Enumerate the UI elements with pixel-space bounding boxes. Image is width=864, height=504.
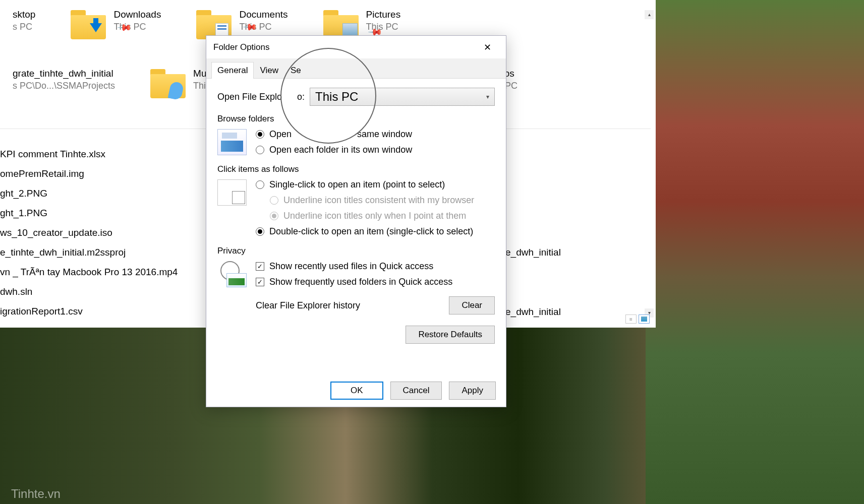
browse-folders-group: Browse folders Opensame window Open each… <box>217 114 495 155</box>
radio-underline-browser: Underline icon titles consistent with my… <box>270 195 495 206</box>
scrollbar[interactable]: ▴ ▾ <box>645 10 654 318</box>
file-item[interactable]: omePremRetail.img <box>0 168 178 179</box>
folder-icon <box>71 9 106 39</box>
folder-name: Pictures <box>366 9 401 20</box>
view-icons-button[interactable] <box>639 314 650 324</box>
folder-location: s PC <box>13 22 35 32</box>
folder-icon <box>150 68 186 98</box>
file-item[interactable]: ght_2.PNG <box>0 188 178 199</box>
folder-name: grate_tinhte_dwh_initial <box>13 68 115 79</box>
folder-name: Downloads <box>113 9 161 20</box>
group-label: Click items as follows <box>217 164 495 174</box>
scroll-up[interactable]: ▴ <box>645 10 654 19</box>
tab-search[interactable]: Se <box>284 62 307 79</box>
radio-icon <box>256 146 264 154</box>
close-icon[interactable]: ✕ <box>476 36 499 58</box>
folder-icon <box>196 9 232 39</box>
folder-item[interactable]: Downloads This PC 📌 <box>71 9 161 46</box>
tab-general[interactable]: General <box>211 62 254 79</box>
watermark: Tinhte.vn <box>11 487 61 501</box>
radio-same-window[interactable]: Opensame window <box>256 129 495 140</box>
privacy-icon <box>217 261 247 287</box>
background-file[interactable]: e_dwh_initial <box>505 306 561 318</box>
checkbox-recent-files[interactable]: ✓ Show recently used files in Quick acce… <box>256 261 495 272</box>
view-details-button[interactable]: ≡ <box>625 314 637 324</box>
folder-name: sktop <box>13 9 35 20</box>
folder-name: Documents <box>239 9 287 20</box>
file-item[interactable]: e_tinhte_dwh_initial.m2ssproj <box>0 247 178 258</box>
dialog-title: Folder Options <box>213 42 270 52</box>
file-item[interactable]: dwh.sln <box>0 286 178 297</box>
tab-strip: General View Se <box>206 58 506 79</box>
radio-icon <box>256 180 264 189</box>
file-item[interactable]: vn _ TrÃªn tay Macbook Pro 13 2016.mp4 <box>0 267 178 278</box>
folder-location: s PC\Do...\SSMAProjects <box>13 81 115 91</box>
dialog-titlebar: Folder Options ✕ <box>206 36 506 58</box>
click-items-group: Click items as follows ↖ Single-click to… <box>217 164 495 237</box>
chevron-down-icon: ▾ <box>486 93 489 100</box>
checkbox-frequent-folders[interactable]: ✓ Show frequently used folders in Quick … <box>256 277 495 287</box>
dialog-body: Open File Exploo: This PC ▾ Browse folde… <box>206 79 506 353</box>
clear-button[interactable]: Clear <box>449 296 495 314</box>
checkbox-icon: ✓ <box>256 262 264 271</box>
group-label: Privacy <box>217 246 495 256</box>
tab-view[interactable]: View <box>254 62 284 79</box>
cancel-button[interactable]: Cancel <box>390 382 442 400</box>
click-items-icon: ↖ <box>217 179 247 206</box>
privacy-group: Privacy ✓ Show recently used files in Qu… <box>217 246 495 314</box>
radio-icon <box>256 130 264 139</box>
apply-button[interactable]: Apply <box>449 382 496 400</box>
file-item[interactable]: igrationReport1.csv <box>0 306 178 317</box>
file-item[interactable]: ght_1.PNG <box>0 208 178 219</box>
group-label: Browse folders <box>217 114 495 124</box>
clear-history-label: Clear File Explorer history <box>256 300 360 311</box>
radio-underline-point: Underline icon titles only when I point … <box>270 211 495 221</box>
open-explorer-row: Open File Exploo: This PC ▾ <box>217 88 495 106</box>
checkbox-icon: ✓ <box>256 278 264 286</box>
radio-own-window[interactable]: Open each folder in its own window <box>256 145 495 155</box>
recent-file-list: KPI comment Tinhte.xlsxomePremRetail.img… <box>0 149 178 317</box>
open-explorer-select[interactable]: This PC ▾ <box>310 88 495 106</box>
view-switcher: ≡ <box>625 314 650 324</box>
folder-icon <box>323 9 359 39</box>
ok-button[interactable]: OK <box>330 382 383 400</box>
file-item[interactable]: KPI comment Tinhte.xlsx <box>0 149 178 160</box>
radio-icon <box>270 196 278 205</box>
radio-icon <box>270 212 278 220</box>
folder-item[interactable]: grate_tinhte_dwh_initial s PC\Do...\SSMA… <box>0 68 115 98</box>
background-file[interactable]: e_dwh_initial <box>505 247 561 258</box>
browse-folders-icon <box>217 129 247 155</box>
dialog-buttons: OK Cancel Apply <box>330 382 496 400</box>
radio-icon <box>256 227 264 236</box>
folder-options-dialog: Folder Options ✕ General View Se Open Fi… <box>206 35 506 407</box>
open-explorer-value: This PC <box>315 90 358 104</box>
radio-double-click[interactable]: Double-click to open an item (single-cli… <box>256 226 495 237</box>
restore-defaults-button[interactable]: Restore Defaults <box>406 326 495 344</box>
radio-single-click[interactable]: Single-click to open an item (point to s… <box>256 179 495 190</box>
folder-item[interactable]: sktop s PC <box>0 9 35 46</box>
open-explorer-label: Open File Exploo: <box>217 92 305 102</box>
file-item[interactable]: ws_10_creator_update.iso <box>0 227 178 238</box>
